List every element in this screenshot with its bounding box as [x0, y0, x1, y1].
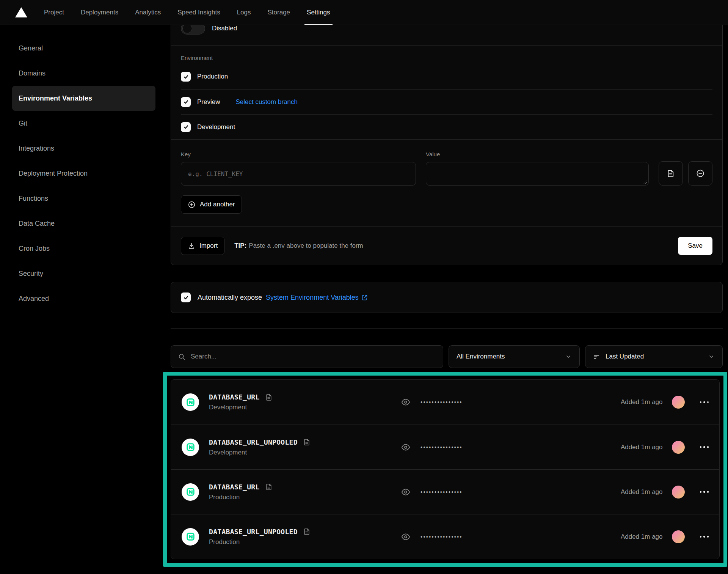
download-icon [188, 242, 195, 250]
sidebar-item-deployment-protection[interactable]: Deployment Protection [12, 161, 155, 186]
search-box [171, 345, 443, 368]
value-column: Value [426, 151, 649, 186]
neon-integration-icon [182, 393, 199, 411]
remove-row-button[interactable] [688, 161, 712, 186]
env-variable-form-card: Disabled Environment Production Preview [171, 11, 723, 265]
check-icon [183, 74, 189, 80]
row-menu-button[interactable] [700, 491, 709, 493]
form-footer: Import TIP:Paste a .env above to populat… [171, 226, 722, 265]
eye-icon[interactable] [401, 442, 411, 452]
environment-section-label: Environment [181, 55, 712, 61]
key-input[interactable] [181, 162, 416, 186]
row-menu-button[interactable] [700, 401, 709, 403]
select-custom-branch-link[interactable]: Select custom branch [235, 98, 297, 106]
sidebar-item-integrations[interactable]: Integrations [12, 136, 155, 161]
preview-checkbox[interactable] [181, 97, 191, 107]
sidebar-item-security[interactable]: Security [12, 261, 155, 286]
added-timestamp: Added 1m ago [621, 533, 663, 541]
production-checkbox[interactable] [181, 72, 191, 82]
sidebar-item-general[interactable]: General [12, 36, 155, 61]
row-mask: ••••••••••••••• [401, 487, 463, 497]
sidebar-item-git[interactable]: Git [12, 111, 155, 136]
import-button-label: Import [199, 242, 218, 250]
note-icon[interactable] [303, 438, 311, 446]
filters-row: All Environments Last Updated [171, 345, 723, 368]
row-menu-button[interactable] [700, 536, 709, 538]
nav-tab-project[interactable]: Project [44, 0, 64, 25]
key-column: Key [181, 151, 416, 186]
system-env-vars-link[interactable]: System Environment Variables [266, 294, 368, 302]
nav-tab-speed-insights[interactable]: Speed Insights [177, 0, 220, 25]
value-input[interactable] [426, 162, 649, 186]
environment-filter-value: All Environments [457, 353, 505, 360]
env-target-name: Development [209, 449, 401, 456]
development-checkbox[interactable] [181, 122, 191, 132]
table-row: DATABASE_URL_UNPOOLED Development ••••••… [171, 425, 719, 469]
add-another-button[interactable]: Add another [181, 195, 242, 214]
row-right: Added 1m ago [621, 441, 709, 454]
row-right: Added 1m ago [621, 486, 709, 499]
neon-integration-icon [182, 439, 199, 456]
preview-checkbox-label: Preview [197, 98, 220, 106]
nav-tab-settings[interactable]: Settings [307, 0, 330, 25]
env-key-name: DATABASE_URL_UNPOOLED [209, 438, 298, 446]
environment-filter-dropdown[interactable]: All Environments [449, 345, 580, 368]
page-layout: General Domains Environment Variables Gi… [0, 25, 728, 574]
external-link-icon [361, 294, 368, 301]
masked-value: ••••••••••••••• [420, 399, 463, 405]
save-button[interactable]: Save [678, 237, 712, 255]
note-icon[interactable] [265, 393, 273, 401]
sidebar-item-environment-variables[interactable]: Environment Variables [12, 86, 155, 111]
env-target-name: Production [209, 538, 401, 546]
table-row: DATABASE_URL Production ••••••••••••••• … [171, 469, 719, 514]
env-key-name: DATABASE_URL_UNPOOLED [209, 528, 298, 536]
check-icon [183, 295, 189, 300]
user-avatar [672, 486, 685, 499]
toggle-label: Disabled [212, 25, 237, 32]
env-target-name: Production [209, 494, 401, 501]
sidebar-item-advanced[interactable]: Advanced [12, 286, 155, 311]
tip-body: Paste a .env above to populate the form [249, 242, 363, 249]
plus-circle-icon [188, 201, 196, 209]
env-variables-table: DATABASE_URL Development •••••••••••••••… [171, 379, 720, 559]
sort-dropdown[interactable]: Last Updated [585, 345, 723, 368]
note-icon[interactable] [265, 483, 273, 491]
nav-tab-deployments[interactable]: Deployments [81, 0, 118, 25]
sidebar-item-cron-jobs[interactable]: Cron Jobs [12, 236, 155, 261]
row-mask: ••••••••••••••• [401, 532, 463, 542]
row-mask: ••••••••••••••• [401, 442, 463, 452]
sort-value: Last Updated [606, 353, 644, 360]
auto-expose-checkbox[interactable] [181, 293, 191, 302]
eye-icon[interactable] [401, 397, 411, 407]
env-check-row-production: Production [181, 64, 712, 89]
settings-sidebar: General Domains Environment Variables Gi… [0, 25, 171, 574]
paste-env-button[interactable] [659, 161, 683, 186]
sidebar-item-functions[interactable]: Functions [12, 186, 155, 211]
add-another-label: Add another [200, 201, 235, 208]
row-menu-button[interactable] [700, 446, 709, 448]
chevron-down-icon [565, 353, 572, 360]
sort-lines-icon [593, 353, 600, 360]
eye-icon[interactable] [401, 487, 411, 497]
note-icon[interactable] [303, 528, 311, 535]
nav-tab-logs[interactable]: Logs [237, 0, 251, 25]
environment-section: Environment Production Preview Select cu… [171, 46, 722, 139]
masked-value: ••••••••••••••• [420, 444, 463, 450]
row-mask: ••••••••••••••• [401, 397, 463, 407]
masked-value: ••••••••••••••• [420, 534, 463, 540]
key-value-actions [659, 161, 712, 186]
nav-tab-analytics[interactable]: Analytics [135, 0, 161, 25]
nav-tab-storage[interactable]: Storage [268, 0, 290, 25]
sidebar-item-data-cache[interactable]: Data Cache [12, 211, 155, 236]
eye-icon[interactable] [401, 532, 411, 542]
table-row: DATABASE_URL Development •••••••••••••••… [171, 380, 719, 425]
vercel-logo-icon[interactable] [15, 7, 27, 17]
import-button[interactable]: Import [181, 237, 224, 255]
sidebar-item-domains[interactable]: Domains [12, 61, 155, 86]
search-input[interactable] [191, 353, 436, 360]
masked-value: ••••••••••••••• [420, 489, 463, 495]
nav-tab-settings-label: Settings [307, 9, 330, 16]
neon-integration-icon [182, 528, 199, 546]
row-main: DATABASE_URL_UNPOOLED Development [209, 438, 401, 456]
section-divider [171, 328, 723, 329]
